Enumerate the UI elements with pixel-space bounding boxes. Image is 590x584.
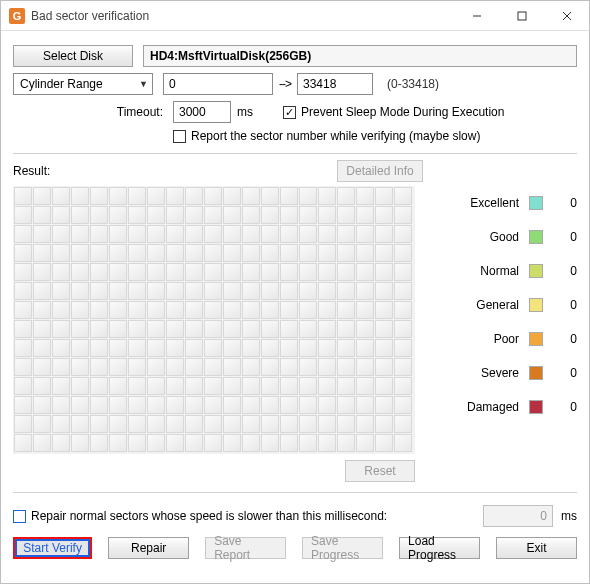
sector-cell [318,282,336,300]
sector-cell [33,358,51,376]
legend-swatch [529,298,543,312]
sector-cell [375,301,393,319]
sector-cell [14,339,32,357]
repair-slow-checkbox[interactable] [13,510,26,523]
sector-cell [242,339,260,357]
sector-cell [204,377,222,395]
sector-cell [166,244,184,262]
save-progress-button: Save Progress [302,537,383,559]
timeout-input[interactable]: 3000 [173,101,231,123]
select-disk-button[interactable]: Select Disk [13,45,133,67]
legend-label: Damaged [459,400,519,414]
sector-cell [128,339,146,357]
range-from-input[interactable]: 0 [163,73,273,95]
prevent-sleep-checkbox[interactable] [283,106,296,119]
range-mode-dropdown[interactable]: Cylinder Range ▼ [13,73,153,95]
sector-cell [394,263,412,281]
sector-cell [394,187,412,205]
sector-cell [242,263,260,281]
sector-cell [261,434,279,452]
sector-cell [109,263,127,281]
sector-cell [166,434,184,452]
close-button[interactable] [544,1,589,30]
sector-cell [280,434,298,452]
sector-cell [242,415,260,433]
sector-cell [147,339,165,357]
sector-cell [375,225,393,243]
legend-count: 0 [553,196,577,210]
sector-cell [242,320,260,338]
sector-cell [185,225,203,243]
sector-cell [147,301,165,319]
sector-cell [14,358,32,376]
sector-cell [356,339,374,357]
minimize-button[interactable] [454,1,499,30]
sector-cell [375,282,393,300]
sector-cell [299,225,317,243]
sector-cell [223,320,241,338]
sector-cell [71,225,89,243]
report-sector-label: Report the sector number while verifying… [191,129,480,143]
sector-cell [166,301,184,319]
legend-count: 0 [553,264,577,278]
maximize-button[interactable] [499,1,544,30]
sector-cell [109,282,127,300]
sector-cell [394,301,412,319]
sector-cell [223,377,241,395]
sector-cell [185,358,203,376]
exit-button[interactable]: Exit [496,537,577,559]
sector-cell [223,187,241,205]
sector-cell [337,225,355,243]
legend-row-damaged: Damaged0 [427,390,577,424]
repair-button[interactable]: Repair [108,537,189,559]
sector-cell [52,434,70,452]
sector-cell [33,225,51,243]
sector-cell [280,187,298,205]
sector-cell [242,206,260,224]
sector-cell [185,434,203,452]
sector-cell [299,434,317,452]
legend-row-general: General0 [427,288,577,322]
sector-cell [52,415,70,433]
sector-cell [147,282,165,300]
sector-cell [185,263,203,281]
sector-cell [90,339,108,357]
sector-cell [14,225,32,243]
sector-cell [52,225,70,243]
sector-cell [337,206,355,224]
sector-cell [318,244,336,262]
sector-cell [90,415,108,433]
sector-cell [299,377,317,395]
report-sector-checkbox[interactable] [173,130,186,143]
range-to-input[interactable]: 33418 [297,73,373,95]
sector-cell [185,206,203,224]
sector-cell [375,244,393,262]
range-mode-value: Cylinder Range [20,77,103,91]
sector-cell [33,339,51,357]
sector-cell [14,415,32,433]
sector-cell [147,244,165,262]
sector-cell [223,206,241,224]
sector-cell [33,320,51,338]
timeout-unit: ms [237,105,253,119]
sector-cell [90,358,108,376]
sector-cell [128,301,146,319]
sector-cell [147,263,165,281]
legend-label: Severe [459,366,519,380]
sector-cell [223,244,241,262]
sector-cell [14,396,32,414]
sector-cell [52,339,70,357]
legend-count: 0 [553,230,577,244]
sector-cell [204,396,222,414]
sector-cell [109,358,127,376]
sector-cell [71,339,89,357]
load-progress-button[interactable]: Load Progress [399,537,480,559]
sector-cell [71,301,89,319]
sector-cell [356,263,374,281]
legend: Excellent0Good0Normal0General0Poor0Sever… [427,186,577,482]
sector-cell [375,415,393,433]
start-verify-button[interactable]: Start Verify [13,537,92,559]
sector-cell [299,339,317,357]
sector-grid [13,186,415,454]
sector-cell [33,377,51,395]
